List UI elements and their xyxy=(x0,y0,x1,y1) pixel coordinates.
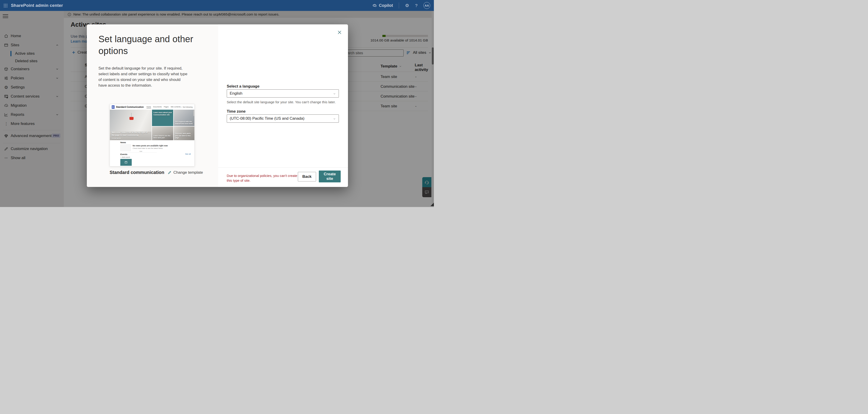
help-icon[interactable]: ? xyxy=(415,3,417,8)
preview-news-heading: News xyxy=(120,141,126,144)
preview-tile-lookbook: Get inspired with the SharePoint look bo… xyxy=(174,110,194,126)
pencil-icon xyxy=(167,171,172,175)
preview-see-all: See all xyxy=(185,153,191,155)
app-title: SharePoint admin center xyxy=(11,3,63,8)
close-icon[interactable] xyxy=(337,29,342,35)
preview-news-empty-sub: Check back later to see the latest News. xyxy=(133,147,163,149)
set-language-dialog: Set language and other options Set the d… xyxy=(87,24,348,187)
chevron-down-icon xyxy=(333,92,336,95)
preview-tile-communication: Learn more about your Communication site xyxy=(152,110,173,126)
preview-news-now: now xyxy=(140,150,142,152)
calendar-icon xyxy=(124,160,128,164)
timezone-label: Time zone xyxy=(227,109,246,114)
red-lamp-shape xyxy=(129,117,133,120)
preview-site-title: Standard Communication xyxy=(116,106,144,108)
language-label: Select a language xyxy=(227,84,259,89)
preview-tile-webparts: Discover web parts you can add to this p… xyxy=(174,126,194,140)
preview-site-header: SC Standard Communication Home Documents… xyxy=(110,104,194,110)
preview-tile-hero-webpart: Learn how to use the Hero web part xyxy=(152,126,173,140)
preview-news-empty-title: No news posts are available right now xyxy=(133,145,168,147)
preview-hero-photo: Welcome! Select Edit at the top right of… xyxy=(110,110,152,140)
timezone-value: (UTC-08:00) Pacific Time (US and Canada) xyxy=(230,116,305,121)
dialog-title: Set language and other options xyxy=(98,33,199,57)
preview-divider xyxy=(120,152,157,153)
dialog-footer-divider xyxy=(218,167,348,168)
preview-event-tile xyxy=(120,159,132,166)
preview-welcome-text: Welcome! Select Edit at the top right of… xyxy=(112,131,151,137)
sharepoint-admin-center: Home Sites Active sites Deleted sites Co… xyxy=(0,0,434,207)
dialog-description: Set the default language for your site. … xyxy=(98,65,190,88)
preview-scrollbar xyxy=(193,110,194,116)
copilot-button[interactable]: Copilot xyxy=(372,3,393,8)
preview-news-placeholder xyxy=(120,144,131,151)
star-icon: ☆ xyxy=(181,106,182,108)
language-value: English xyxy=(230,91,243,96)
preview-hero: Welcome! Select Edit at the top right of… xyxy=(110,110,194,140)
timezone-dropdown[interactable]: (UTC-08:00) Pacific Time (US and Canada) xyxy=(227,114,339,123)
preview-events-heading: Events xyxy=(120,153,127,155)
preview-learn-more: LEARN MORE → xyxy=(112,138,123,139)
language-dropdown[interactable]: English xyxy=(227,89,339,97)
change-template-link[interactable]: Change template xyxy=(167,170,203,175)
selected-template-name: Standard communication xyxy=(110,170,164,175)
template-preview-card: SC Standard Communication Home Documents… xyxy=(110,104,195,167)
account-avatar[interactable]: AA xyxy=(424,2,430,9)
chevron-down-icon xyxy=(333,117,336,120)
back-button[interactable]: Back xyxy=(298,172,316,181)
create-site-button[interactable]: Create site xyxy=(319,171,341,182)
preview-site-logo: SC xyxy=(112,105,115,109)
preview-not-following: ☆ Not following xyxy=(181,106,192,108)
copilot-icon xyxy=(372,3,377,8)
policy-error-text: Due to organizational policies, you can'… xyxy=(227,173,300,183)
suite-header: SharePoint admin center Copilot ⚙ ? AA xyxy=(0,0,434,11)
preview-add-event: + Add event xyxy=(120,156,130,158)
preview-site-nav: Home Documents Pages Site contents xyxy=(147,106,181,108)
settings-gear-icon[interactable]: ⚙ xyxy=(405,3,409,8)
language-helper-text: Select the default site language for you… xyxy=(227,100,341,104)
app-launcher-waffle-icon[interactable] xyxy=(0,0,11,11)
